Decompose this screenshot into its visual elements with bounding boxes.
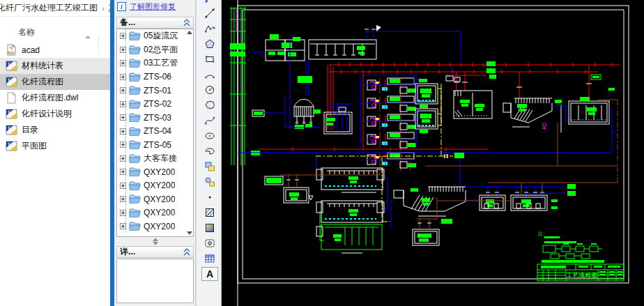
point-tool-button[interactable] [201,190,218,204]
tree-item[interactable]: 05旋流沉 [117,29,193,43]
construction-line-tool-button[interactable] [201,6,218,20]
expand-plus-icon[interactable] [120,223,126,229]
tree-item[interactable]: QXY200 [117,220,193,234]
tree-item-label: 05旋流沉 [144,30,178,42]
expand-plus-icon[interactable] [120,210,126,216]
rectangle-tool-button[interactable] [201,52,218,66]
manifold-labels [486,61,496,79]
circle-tool-button[interactable] [201,83,218,97]
file-row[interactable]: FAS acad [0,42,110,58]
polygon-tool-button[interactable] [201,37,218,51]
polyline-tool-button[interactable] [201,22,218,36]
expand-plus-icon[interactable] [120,196,126,202]
breadcrumb[interactable]: 化纤厂污水处理工艺竣工图 › 其 [0,0,110,17]
file-row[interactable]: 目录 [0,122,110,138]
folder-icon [129,45,141,54]
expand-plus-icon[interactable] [120,33,126,39]
tree-item[interactable]: ZTS-01 [117,84,193,98]
desktop: { "explorer": { "breadcrumb": { "path": … [0,0,644,306]
panel-splitter[interactable] [116,238,194,245]
file-row[interactable]: 材料统计表 [0,58,110,74]
make-block-tool-button[interactable] [201,175,218,189]
revision-cloud-tool-button[interactable] [201,98,218,112]
expand-plus-icon[interactable] [120,60,126,66]
scroll-down-icon[interactable] [187,231,192,235]
file-list: FAS acad 材料统计表 [0,42,110,154]
hatch-tool-button[interactable] [201,206,218,220]
line-tool-button[interactable] [201,0,218,5]
gradient-tool-button[interactable] [201,221,218,235]
aeration-basins [316,168,384,222]
tree-item[interactable]: QXY200 [117,192,193,206]
file-row[interactable]: 化纤流程图.dwl [0,90,110,106]
folder-icon [129,181,141,190]
arc-tool-button[interactable] [201,68,218,82]
tree-item[interactable]: ZTS-05 [117,138,193,152]
expand-plus-icon[interactable] [120,155,126,162]
file-row[interactable]: 化纤设计说明 [0,106,110,122]
details-header[interactable]: 详... [116,246,194,258]
column-header-name[interactable]: 名称 [18,26,35,38]
file-name: 化纤设计说明 [22,108,72,120]
expand-plus-icon[interactable] [120,141,126,148]
drawing-canvas[interactable]: 注: [222,0,644,306]
tree-item[interactable]: ZTS-03 [117,111,193,125]
expand-plus-icon[interactable] [120,74,126,80]
folder-icon [129,72,141,82]
multiline-text-tool-button[interactable]: A [201,267,218,281]
expand-plus-icon[interactable] [120,114,126,121]
backup-files-header[interactable]: 备... [116,17,194,29]
expand-plus-icon[interactable] [120,183,126,189]
tree-item[interactable]: 02总平面 [117,43,193,57]
backup-file-tree[interactable]: 05旋流沉 02总平面 03工艺管 ZTS-06 ZTS-01 ZTS-02 Z… [116,29,194,237]
collapse-chevron-icon[interactable] [183,248,190,257]
svg-text:FAS: FAS [8,52,14,55]
tree-item-label: QXY200 [144,208,175,217]
tree-item-label: ZTS-05 [144,140,171,150]
dwg-file-icon [6,140,17,152]
water-mains [238,153,612,230]
expand-plus-icon[interactable] [120,101,126,107]
table-tool-button[interactable] [201,252,218,266]
expand-plus-icon[interactable] [120,128,126,135]
expand-plus-icon[interactable] [120,47,126,53]
column-header[interactable]: 名称 [0,17,110,39]
sort-ascending-icon [85,36,91,38]
file-row-selected[interactable]: 化纤流程图 [0,74,110,90]
tree-item[interactable]: QXY200 [117,179,193,193]
tree-item[interactable]: ZTS-04 [117,125,193,139]
insert-block-tool-button[interactable] [201,160,218,174]
tree-item[interactable]: 03工艺管 [117,56,193,70]
blower-station [314,104,352,134]
tree-item-label: 03工艺管 [144,57,178,69]
text-tool-glyph: A [206,268,213,280]
region-tool-button[interactable] [201,236,218,250]
collapse-chevron-icon[interactable] [183,19,190,27]
tree-item[interactable]: ZTS-02 [117,98,193,112]
sump-tank [413,197,452,245]
expand-plus-icon[interactable] [120,87,126,93]
anchor-symbol [542,123,546,130]
scroll-up-icon[interactable] [187,31,192,34]
flow-label [454,153,464,158]
tree-item-label: 02总平面 [144,44,178,56]
holding-tank [454,91,492,118]
secondary-tank [569,75,615,151]
drawing-recovery-help-link[interactable]: 了解图形修复 [130,1,176,12]
spline-tool-button[interactable] [201,114,218,128]
tree-item[interactable]: QXY200 [117,165,193,179]
tree-item[interactable]: QXY200 [117,206,193,220]
breadcrumb-path[interactable]: 化纤厂污水处理工艺竣工图 [0,2,98,14]
tree-item[interactable]: ZTS-06 [117,70,193,84]
tree-item[interactable]: 大客车接 [117,152,193,166]
expand-plus-icon[interactable] [120,169,126,175]
dwg-file-icon [6,76,17,88]
file-name: 目录 [22,124,38,136]
file-row[interactable]: 平面图 [0,138,110,154]
folder-icon [129,86,141,95]
lamella-clarifier [394,187,466,216]
info-icon: i [117,2,126,11]
ellipse-arc-tool-button[interactable] [201,144,218,158]
ellipse-tool-button[interactable] [201,129,218,143]
dwg-file-icon [6,124,17,136]
